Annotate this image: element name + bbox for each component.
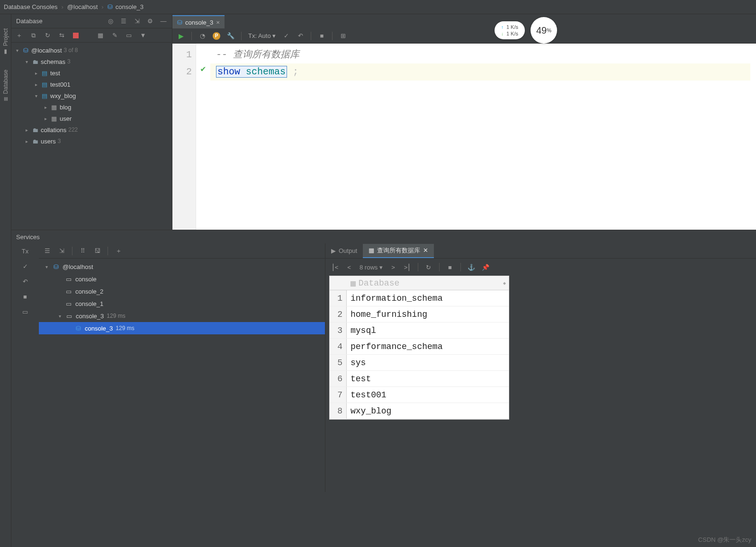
gear-icon[interactable]: ⚙ xyxy=(146,18,154,25)
expand-icon[interactable]: ☰ xyxy=(44,247,51,255)
stop-square-icon[interactable]: ■ xyxy=(318,32,325,40)
console-icon: ▭ xyxy=(65,313,73,320)
stop-icon[interactable] xyxy=(72,32,80,39)
chevron-right-icon: ▸ xyxy=(43,105,48,110)
breadcrumb-item-3[interactable]: ⛁ console_3 xyxy=(108,3,144,10)
console-icon[interactable]: ▭ xyxy=(125,32,133,39)
wrench-icon[interactable]: 🔧 xyxy=(227,32,234,40)
history-icon[interactable]: ◔ xyxy=(198,32,206,40)
rollback-icon[interactable]: ↶ xyxy=(297,32,304,40)
svc-host[interactable]: ▾ ⛁ @localhost xyxy=(39,260,325,273)
tab-console-3[interactable]: ⛁ console_3 ✕ xyxy=(172,15,225,28)
results-toolbar: ⎮< < 8 rows ▾ > >⎮ ↻ ■ ⚓ 📌 xyxy=(325,259,756,276)
tx-label[interactable]: Tx xyxy=(21,247,29,255)
close-icon[interactable]: ✕ xyxy=(216,20,220,25)
left-tool-gutter: ▮ Project ≣ Database xyxy=(0,14,11,547)
services-toolbar: ☰ ⇲ ⠿ 🖫 ＋ xyxy=(39,243,325,259)
target-icon[interactable]: ◎ xyxy=(107,18,114,25)
database-icon: ⛁ xyxy=(52,263,60,270)
last-page-icon[interactable]: >⎮ xyxy=(404,263,411,271)
table-row[interactable]: 4performance_schema xyxy=(330,339,509,355)
rows-count[interactable]: 8 rows ▾ xyxy=(360,264,383,271)
edit-icon[interactable]: ✎ xyxy=(111,32,118,39)
check-icon[interactable]: ✓ xyxy=(21,262,29,270)
chevron-down-icon: ▾ xyxy=(14,48,20,53)
table-icon[interactable]: ▦ xyxy=(97,32,104,39)
table-row[interactable]: 2home_furnishing xyxy=(330,306,509,323)
tx-mode[interactable]: Tx: Auto ▾ xyxy=(248,32,276,39)
collapse-icon[interactable]: ⇲ xyxy=(58,247,65,255)
schema-test001[interactable]: ▸ ▤ test001 xyxy=(11,79,172,90)
pending-badge-icon[interactable]: P xyxy=(213,32,220,40)
database-toolbar: ＋ ⧉ ↻ ⇆ ▦ ✎ ▭ ▼ xyxy=(11,28,172,43)
minimize-icon[interactable]: — xyxy=(160,18,167,25)
console-icon: ▭ xyxy=(65,288,72,295)
project-icon: ▮ xyxy=(2,49,9,55)
add-icon[interactable]: ＋ xyxy=(115,247,122,255)
next-page-icon[interactable]: > xyxy=(389,263,397,271)
table-row[interactable]: 1information_schema xyxy=(330,290,509,306)
console-icon: ▭ xyxy=(65,276,72,283)
group-icon[interactable]: ⠿ xyxy=(79,247,87,255)
gutter-project[interactable]: ▮ Project xyxy=(2,28,9,55)
collations-node[interactable]: ▸ 🖿 collations 222 xyxy=(11,124,172,135)
filter-icon[interactable]: ▼ xyxy=(139,32,147,39)
percent-gauge[interactable]: 49% xyxy=(531,17,557,44)
database-tree: ▾ ⛁ @localhost 3 of 8 ▾ 🖿 schemas 3 ▸ ▤ xyxy=(11,43,172,230)
expand-icon[interactable]: ☰ xyxy=(120,18,127,25)
table-row[interactable]: 3mysql xyxy=(330,323,509,339)
schema-test[interactable]: ▸ ▤ test xyxy=(11,67,172,79)
table-row[interactable]: 5sys xyxy=(330,355,509,371)
breadcrumb-item-1[interactable]: Database Consoles xyxy=(4,3,57,10)
users-node[interactable]: ▸ 🖿 users 3 xyxy=(11,135,172,147)
code-editor[interactable]: 1 2 ✔ -- 查询所有数据库 show schemas ; xyxy=(172,44,756,230)
pin-icon[interactable]: 📌 xyxy=(482,263,489,271)
tab-output[interactable]: ▶ Output xyxy=(325,244,363,258)
connection-node[interactable]: ▾ ⛁ @localhost 3 of 8 xyxy=(11,45,172,56)
results-tabs: ▶ Output ▦ 查询所有数据库 ✕ xyxy=(325,243,756,259)
run-button[interactable]: ▶ xyxy=(177,32,185,40)
status-gutter: ✔ xyxy=(196,44,210,230)
schema-wxy-blog[interactable]: ▾ ▤ wxy_blog xyxy=(11,90,172,101)
sync-icon[interactable]: ⇆ xyxy=(58,32,65,39)
table-row[interactable]: 8wxy_blog xyxy=(330,403,509,419)
gutter-database[interactable]: ≣ Database xyxy=(2,70,9,101)
add-row-icon[interactable]: ⚓ xyxy=(468,263,475,271)
svc-console-1[interactable]: ▭ console_1 xyxy=(39,297,325,310)
add-icon[interactable]: ＋ xyxy=(15,32,23,39)
layout-icon[interactable]: ▭ xyxy=(21,308,29,315)
svc-console-3-group[interactable]: ▾ ▭ console_3 129 ms xyxy=(39,310,325,322)
svc-console[interactable]: ▭ console xyxy=(39,273,325,285)
speed-pill[interactable]: ↑1 K/s ↓1 K/s xyxy=(495,21,525,39)
collapse-icon[interactable]: ⇲ xyxy=(133,18,141,25)
save-icon[interactable]: 🖫 xyxy=(93,247,101,255)
stop-square-icon[interactable]: ■ xyxy=(21,293,29,300)
schemas-node[interactable]: ▾ 🖿 schemas 3 xyxy=(11,56,172,67)
chevron-down-icon: ▾ xyxy=(33,93,39,99)
table-blog[interactable]: ▸ ▦ blog xyxy=(11,101,172,113)
chevron-down-icon: ▾ xyxy=(57,314,63,319)
close-icon[interactable]: ✕ xyxy=(423,247,428,254)
table-row[interactable]: 7test001 xyxy=(330,387,509,403)
svc-console-2[interactable]: ▭ console_2 xyxy=(39,285,325,297)
table-user[interactable]: ▸ ▦ user xyxy=(11,113,172,124)
commit-icon[interactable]: ✓ xyxy=(282,32,290,40)
refresh-icon[interactable]: ↻ xyxy=(44,32,51,39)
table-row[interactable]: 6test xyxy=(330,371,509,387)
undo-icon[interactable]: ↶ xyxy=(21,278,29,285)
duplicate-icon[interactable]: ⧉ xyxy=(29,32,37,39)
settings-icon[interactable]: ⊞ xyxy=(339,32,347,40)
refresh-icon[interactable]: ↻ xyxy=(425,263,432,271)
schema-icon: ▤ xyxy=(41,92,48,99)
chevron-down-icon: ▾ xyxy=(272,32,276,39)
prev-page-icon[interactable]: < xyxy=(345,263,353,271)
tab-query-result[interactable]: ▦ 查询所有数据库 ✕ xyxy=(363,244,434,258)
results-header[interactable]: ▦Database ◆ xyxy=(330,276,509,290)
sort-icon[interactable]: ◆ xyxy=(503,280,509,286)
breadcrumb-item-2[interactable]: @localhost xyxy=(67,3,98,10)
stop-square-icon[interactable]: ■ xyxy=(446,263,454,271)
services-left-icons: Tx ✓ ↶ ■ ▭ xyxy=(11,243,39,492)
chevron-right-icon: ▸ xyxy=(24,139,29,144)
first-page-icon[interactable]: ⎮< xyxy=(331,263,339,271)
svc-console-3-item[interactable]: ⛁ console_3 129 ms xyxy=(39,322,325,334)
